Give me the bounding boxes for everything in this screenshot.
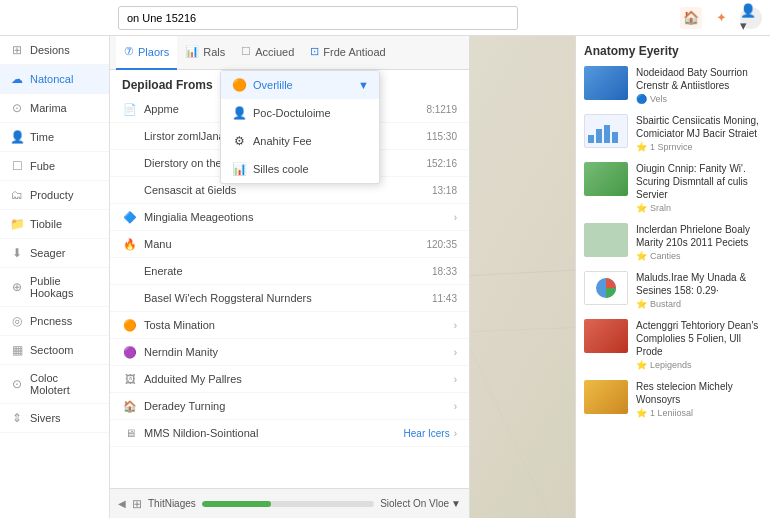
home-icon[interactable]: 🏠	[680, 7, 702, 29]
right-title-6: Res stelecion Michely Wonsoyrs	[636, 380, 762, 406]
meta-icon-2: ⭐	[636, 203, 647, 213]
tab-plaors[interactable]: ⑦ Plaors	[116, 36, 177, 70]
sidebar-item-desions[interactable]: ⊞ Desions	[0, 36, 109, 65]
sidebar-item-coloc-molotert[interactable]: ⊙ Coloc Molotert	[0, 365, 109, 404]
right-item-4[interactable]: Maluds.Irae My Unada & Sesines 158: 0.29…	[584, 271, 762, 309]
right-info-1: Sbairtic Censiicatis Moning, Comiciator …	[636, 114, 762, 152]
sidebar-item-label: Producty	[30, 189, 73, 201]
overlille-icon: 🟠	[231, 77, 247, 93]
list-item-adduited[interactable]: 🖼 Adduited My Pallres ›	[110, 366, 469, 393]
hear-icers-link[interactable]: Hear Icers	[404, 428, 450, 439]
acciued-tab-icon: ☐	[241, 45, 251, 58]
right-meta-0: 🔵 Vels	[636, 94, 762, 104]
user-icon[interactable]: 👤▾	[740, 7, 762, 29]
rals-tab-icon: 📊	[185, 45, 199, 58]
list-item-deradey[interactable]: 🏠 Deradey Turning ›	[110, 393, 469, 420]
seager-icon: ⬇	[10, 246, 24, 260]
enerate-value: 18:33	[432, 266, 457, 277]
star-icon[interactable]: ✦	[710, 7, 732, 29]
sidebar-item-sectoom[interactable]: ▦ Sectoom	[0, 336, 109, 365]
sidebar-item-natoncal[interactable]: ☁ Natoncal	[0, 65, 109, 94]
overlille-arrow: ▼	[358, 79, 369, 91]
deradey-label: Deradey Turning	[144, 400, 450, 412]
svg-rect-6	[604, 125, 610, 143]
meta-icon-1: ⭐	[636, 142, 647, 152]
dropdown-item-poc[interactable]: 👤 Poc-Doctuloime	[221, 99, 379, 127]
manu-value: 120:35	[426, 239, 457, 250]
right-meta-4: ⭐ Bustard	[636, 299, 762, 309]
mingialia-label: Mingialia Meageotions	[144, 211, 450, 223]
status-dropdown[interactable]: Siolect On Vloe ▼	[380, 498, 461, 509]
search-input[interactable]	[118, 6, 518, 30]
coloc-icon: ⊙	[10, 377, 24, 391]
meta-icon-0: 🔵	[636, 94, 647, 104]
nav-prev[interactable]: ◀	[118, 498, 126, 509]
progress-bar	[202, 501, 374, 507]
dropdown-item-silles[interactable]: 📊 Silles coole	[221, 155, 379, 183]
right-item-5[interactable]: Actenggri Tehtoriory Dean's Complolies 5…	[584, 319, 762, 370]
silles-label: Silles coole	[253, 163, 309, 175]
plaors-tab-icon: ⑦	[124, 45, 134, 58]
list-item-nerndin[interactable]: 🟣 Nerndin Manity ›	[110, 339, 469, 366]
basel-label: Basel Wi'ech Roggsteral Nurnders	[144, 292, 432, 304]
list-item-tosta[interactable]: 🟠 Tosta Mination ›	[110, 312, 469, 339]
meta-icon-5: ⭐	[636, 360, 647, 370]
sidebar-item-marima[interactable]: ⊙ Marima	[0, 94, 109, 123]
bottombar-label: ThitNiages	[148, 498, 196, 509]
producty-icon: 🗂	[10, 188, 24, 202]
right-item-2[interactable]: Oiugin Cnnip: Fanity Wi'. Scuring Dismnt…	[584, 162, 762, 213]
desions-icon: ⊞	[10, 43, 24, 57]
thumb-0	[584, 66, 628, 100]
tosta-arrow: ›	[454, 320, 457, 331]
right-info-2: Oiugin Cnnip: Fanity Wi'. Scuring Dismnt…	[636, 162, 762, 213]
right-item-6[interactable]: Res stelecion Michely Wonsoyrs ⭐ 1 Lenii…	[584, 380, 762, 418]
right-panel-title: Anatomy Eyerity	[584, 44, 762, 58]
list-item-mingialia[interactable]: 🔷 Mingialia Meageotions ›	[110, 204, 469, 231]
list-item-manu[interactable]: 🔥 Manu 120:35	[110, 231, 469, 258]
progress-fill	[202, 501, 271, 507]
tab-rals[interactable]: 📊 Rals	[177, 36, 233, 70]
nerndin-arrow: ›	[454, 347, 457, 358]
tab-frde-antioad[interactable]: ⊡ Frde Antioad	[302, 36, 393, 70]
right-meta-6: ⭐ 1 Leniiosal	[636, 408, 762, 418]
sidebar-item-label: Coloc Molotert	[30, 372, 99, 396]
censascit-value: 13:18	[432, 185, 457, 196]
sidebar-item-sivers[interactable]: ⇕ Sivers	[0, 404, 109, 433]
dropdown-arrow: ▼	[451, 498, 461, 509]
enerate-icon	[122, 263, 138, 279]
right-item-0[interactable]: Nodeidaod Baty Sourrion Crenstr & Antiis…	[584, 66, 762, 104]
sidebar-item-pncness[interactable]: ◎ Pncness	[0, 307, 109, 336]
marima-icon: ⊙	[10, 101, 24, 115]
right-item-1[interactable]: Sbairtic Censiicatis Moning, Comiciator …	[584, 114, 762, 152]
svg-rect-5	[596, 129, 602, 143]
list-item-enerate[interactable]: Enerate 18:33	[110, 258, 469, 285]
sidebar-item-publie-hookags[interactable]: ⊕ Publie Hookags	[0, 268, 109, 307]
basel-value: 11:43	[432, 293, 457, 304]
thumb-4	[584, 271, 628, 305]
sidebar-item-seager[interactable]: ⬇ Seager	[0, 239, 109, 268]
sidebar-item-fube[interactable]: ☐ Fube	[0, 152, 109, 181]
right-title-2: Oiugin Cnnip: Fanity Wi'. Scuring Dismnt…	[636, 162, 762, 201]
dropdown-item-anahity[interactable]: ⚙ Anahity Fee	[221, 127, 379, 155]
tiobile-icon: 📁	[10, 217, 24, 231]
sidebar-item-time[interactable]: 👤 Time	[0, 123, 109, 152]
svg-rect-7	[612, 132, 618, 143]
tab-acciued[interactable]: ☐ Acciued	[233, 36, 302, 70]
meta-icon-6: ⭐	[636, 408, 647, 418]
meta-icon-4: ⭐	[636, 299, 647, 309]
sidebar-item-label: Marima	[30, 102, 67, 114]
dierstory-value: 152:16	[426, 158, 457, 169]
sidebar-item-producty[interactable]: 🗂 Producty	[0, 181, 109, 210]
pncness-icon: ◎	[10, 314, 24, 328]
sidebar-item-label: Natoncal	[30, 73, 73, 85]
list-item-mms[interactable]: 🖥 MMS Nildion-Sointional Hear Icers ›	[110, 420, 469, 447]
dropdown-item-overlille[interactable]: 🟠 Overlille ▼	[221, 71, 379, 99]
sidebar-item-label: Fube	[30, 160, 55, 172]
list-item-basel[interactable]: Basel Wi'ech Roggsteral Nurnders 11:43	[110, 285, 469, 312]
right-item-3[interactable]: Inclerdan Phrielone Boaly Marity 210s 20…	[584, 223, 762, 261]
svg-rect-4	[588, 135, 594, 143]
sidebar-item-tiobile[interactable]: 📁 Tiobile	[0, 210, 109, 239]
censascit-label: Censascit at 6ields	[144, 184, 432, 196]
bottom-bar: ◀ ⊞ ThitNiages Siolect On Vloe ▼	[110, 488, 469, 518]
tabs-bar: ⑦ Plaors 📊 Rals ☐ Acciued ⊡ Frde Antioad	[110, 36, 469, 70]
